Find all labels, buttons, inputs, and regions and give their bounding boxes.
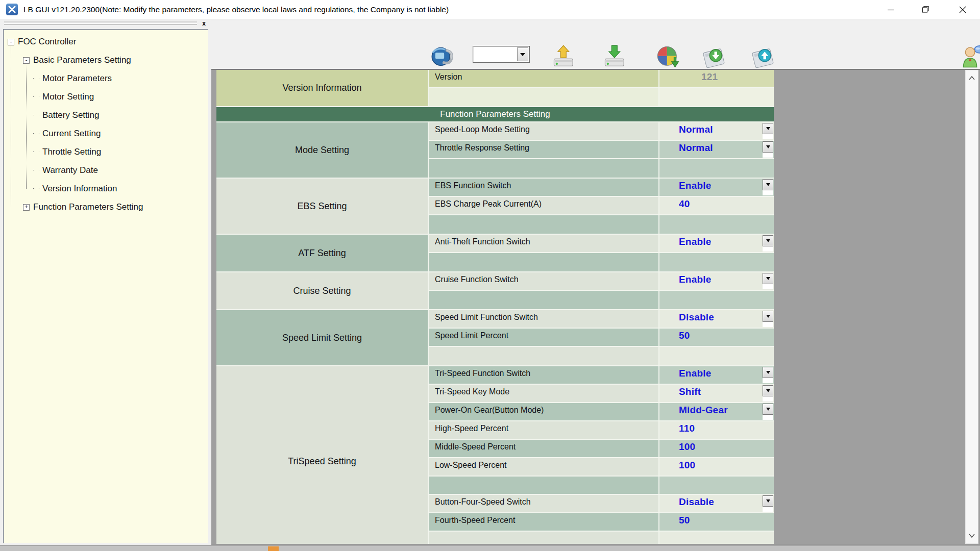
uartport-dropdown-button[interactable] <box>517 47 528 61</box>
param-value[interactable]: Normal <box>659 122 774 140</box>
dropdown-button[interactable] <box>763 235 773 246</box>
param-value[interactable]: Shift <box>659 385 774 402</box>
section-rows: Cruise Function SwitchEnable <box>429 272 774 309</box>
tree-item-current-setting[interactable]: Current Setting <box>33 124 101 143</box>
param-value[interactable]: 110 <box>659 421 774 439</box>
param-name <box>429 477 659 494</box>
param-value-text: Normal <box>679 124 713 135</box>
param-value[interactable]: Midd-Gear <box>659 403 774 420</box>
table-section-ebs-setting: EBS SettingEBS Function SwitchEnableEBS … <box>216 179 774 235</box>
param-value[interactable]: 40 <box>659 197 774 214</box>
param-value[interactable]: Disable <box>659 310 774 328</box>
param-value[interactable]: 50 <box>659 513 774 531</box>
param-value[interactable]: Disable <box>659 495 774 512</box>
combo-edit-area <box>763 507 773 512</box>
param-value-text: 40 <box>679 198 690 209</box>
param-value[interactable]: Enable <box>659 235 774 252</box>
section-label: TriSpeed Setting <box>216 366 429 544</box>
param-value[interactable]: Enable <box>659 272 774 290</box>
combo-edit-area <box>763 284 773 289</box>
combo-edit-area <box>763 415 773 420</box>
dropdown-button[interactable] <box>763 495 773 507</box>
param-name: Cruise Function Switch <box>429 272 659 290</box>
table-row: Speed-Loop Mode SettingNormal <box>429 122 774 141</box>
minimize-icon <box>887 6 894 13</box>
sidebar-grip-handle[interactable] <box>4 21 197 27</box>
param-value[interactable]: Enable <box>659 366 774 384</box>
tree-item-basic-parameters-setting[interactable]: -Basic Parameters Setting <box>23 51 131 69</box>
upload-button[interactable] <box>551 44 578 70</box>
param-value[interactable]: Normal <box>659 141 774 158</box>
table-scrollbar[interactable] <box>965 70 978 544</box>
tree-item-warranty-date[interactable]: Warranty Date <box>33 161 98 180</box>
table-row <box>429 477 774 495</box>
dropdown-button[interactable] <box>763 404 773 415</box>
tree-item-motor-setting[interactable]: Motor Setting <box>33 88 94 106</box>
dropdown-button[interactable] <box>763 367 773 378</box>
chevron-down-icon <box>766 277 770 280</box>
param-name <box>429 215 659 234</box>
param-value[interactable]: 100 <box>659 440 774 457</box>
combo-edit-area <box>763 190 773 195</box>
table-row: Speed Limit Function SwitchDisable <box>429 310 774 329</box>
param-value <box>659 291 774 309</box>
tree-item-label: Version Information <box>42 180 117 198</box>
param-value-text: 50 <box>679 330 690 341</box>
tree-item-throttle-setting[interactable]: Throttle Setting <box>33 143 101 161</box>
param-name: Tri-Speed Key Mode <box>429 385 659 402</box>
app-logo-glyph <box>8 6 16 13</box>
scroll-down-button[interactable] <box>966 529 978 542</box>
minimize-button[interactable] <box>876 0 905 19</box>
param-value[interactable]: 121 <box>659 70 774 87</box>
connect-button[interactable] <box>430 44 456 70</box>
param-name <box>429 159 659 178</box>
param-value <box>659 532 774 544</box>
dropdown-button[interactable] <box>763 273 773 284</box>
download-button[interactable] <box>602 44 629 70</box>
uartport-combobox[interactable] <box>473 46 530 63</box>
close-button[interactable] <box>945 0 980 19</box>
param-name <box>429 532 659 544</box>
title-bar: LB GUI v121.20.2300(Note: Modify the par… <box>0 0 980 19</box>
dropdown-button[interactable] <box>763 311 773 322</box>
chevron-down-icon <box>766 127 770 130</box>
dropdown-button[interactable] <box>763 385 773 396</box>
dropdown-button[interactable] <box>763 123 773 134</box>
taskbar-app-indicator[interactable] <box>268 546 279 551</box>
table-section-speed-limit-setting: Speed Limit SettingSpeed Limit Function … <box>216 310 774 366</box>
restore-button[interactable] <box>911 0 940 19</box>
tree-items: -FOC Controller-Basic Parameters Setting… <box>4 30 208 543</box>
param-value[interactable]: Enable <box>659 179 774 196</box>
import-button[interactable] <box>701 44 727 70</box>
param-value-text: Enable <box>679 274 712 285</box>
grip-line <box>4 21 197 22</box>
param-name: Power-On Gear(Button Mode) <box>429 403 659 420</box>
export-button[interactable] <box>750 44 776 70</box>
tree-item-version-information[interactable]: Version Information <box>33 180 117 198</box>
dropdown-button[interactable] <box>763 141 773 153</box>
param-name: Button-Four-Speed Switch <box>429 495 659 512</box>
scroll-up-button[interactable] <box>966 71 978 85</box>
tree-expander-minus-icon[interactable]: - <box>8 39 14 45</box>
default-button[interactable] <box>655 44 681 70</box>
param-value[interactable]: 50 <box>659 329 774 346</box>
param-value-text: 50 <box>679 515 690 525</box>
sidebar-close-button[interactable]: x <box>200 20 208 28</box>
table-section-version-information: Version InformationVersion121 <box>216 70 774 107</box>
language-button[interactable] <box>960 44 980 70</box>
tree-item-battery-setting[interactable]: Battery Setting <box>33 106 100 124</box>
chevron-down-icon <box>766 389 770 392</box>
param-name <box>429 88 659 106</box>
tree-item-motor-parameters[interactable]: Motor Parameters <box>33 69 112 88</box>
tree-expander-plus-icon[interactable]: + <box>23 204 30 211</box>
param-name <box>429 347 659 365</box>
tree-item-function-parameters-setting[interactable]: +Function Parameters Setting <box>23 198 143 216</box>
param-name: High-Speed Percent <box>429 421 659 439</box>
param-value[interactable]: 100 <box>659 458 774 475</box>
table-row <box>429 88 774 106</box>
tree-item-foc-controller[interactable]: -FOC Controller <box>8 33 76 51</box>
table-band-function-parameters-setting: Function Parameters Setting <box>216 107 774 122</box>
section-label: Cruise Setting <box>216 272 429 309</box>
tree-expander-minus-icon[interactable]: - <box>23 57 30 64</box>
dropdown-button[interactable] <box>763 179 773 190</box>
